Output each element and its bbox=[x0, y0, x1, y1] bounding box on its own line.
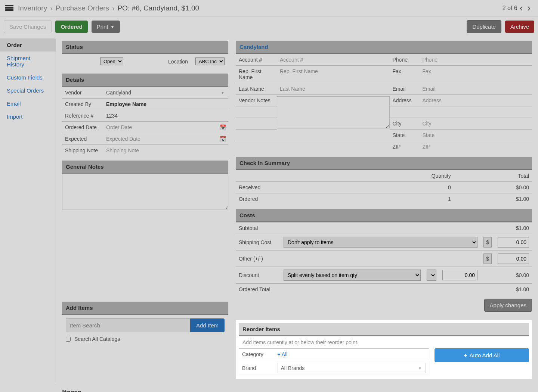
last-name-input[interactable] bbox=[280, 86, 387, 92]
ordered-button[interactable]: Ordered bbox=[55, 21, 87, 33]
breadcrumb-mid[interactable]: Purchase Orders bbox=[55, 4, 109, 12]
plus-icon: + bbox=[278, 351, 281, 357]
reorder-items-panel: Reorder Items Add items currently at or … bbox=[236, 320, 532, 379]
duplicate-button[interactable]: Duplicate bbox=[467, 20, 501, 33]
calendar-icon[interactable]: 📅 bbox=[220, 136, 226, 142]
costs-panel: Costs Subtotal$1.00 Shipping Cost Don't … bbox=[236, 209, 532, 315]
expected-date-input[interactable] bbox=[106, 136, 225, 142]
ordered-total-value: $1.00 bbox=[495, 284, 532, 295]
account-input[interactable] bbox=[280, 57, 387, 63]
discount-input[interactable] bbox=[442, 270, 477, 280]
pager-next-icon[interactable]: › bbox=[525, 2, 533, 14]
status-select[interactable]: Open bbox=[100, 57, 123, 65]
save-button[interactable]: Save Changes bbox=[4, 20, 52, 33]
phone-input[interactable] bbox=[423, 57, 529, 63]
sidebar-item-email[interactable]: Email bbox=[0, 97, 56, 110]
auto-add-all-button[interactable]: + Auto Add All bbox=[435, 348, 529, 362]
item-search-input[interactable] bbox=[66, 318, 190, 332]
currency-symbol: $ bbox=[483, 253, 492, 264]
vendor-name-link[interactable]: Candyland bbox=[236, 41, 532, 54]
createdby-value: Employee Name bbox=[106, 101, 146, 107]
state-input[interactable] bbox=[423, 132, 529, 138]
rep-first-input[interactable] bbox=[280, 68, 387, 74]
sidebar: Order Shipment History Custom Fields Spe… bbox=[0, 37, 56, 383]
chevron-icon: › bbox=[50, 4, 52, 12]
email-input[interactable] bbox=[423, 86, 529, 92]
chevron-down-icon: ▼ bbox=[111, 25, 115, 29]
sidebar-item-order[interactable]: Order bbox=[0, 38, 56, 52]
last-name-label: Last Name bbox=[236, 83, 277, 94]
calendar-icon[interactable]: 📅 bbox=[220, 124, 226, 130]
other-cost-input[interactable] bbox=[498, 253, 529, 264]
address-input[interactable] bbox=[423, 97, 529, 103]
breadcrumb-current: PO: #6, Candyland, $1.00 bbox=[117, 4, 199, 12]
archive-button[interactable]: Archive bbox=[505, 21, 534, 33]
reorder-header: Reorder Items bbox=[239, 323, 529, 336]
expected-label: Expected bbox=[62, 133, 103, 145]
reorder-description: Add items currently at or below their re… bbox=[239, 336, 529, 348]
reference-label: Reference # bbox=[62, 110, 103, 122]
general-notes-header: General Notes bbox=[62, 161, 228, 174]
costs-header: Costs bbox=[236, 209, 532, 222]
vendor-label: Vendor bbox=[62, 87, 103, 99]
location-select[interactable]: ABC Inc bbox=[195, 57, 225, 65]
vendor-panel: Candyland Account # Phone Rep. First Nam… bbox=[236, 41, 532, 152]
sidebar-item-label: Order bbox=[7, 42, 22, 48]
pager-text: 2 of 6 bbox=[503, 5, 517, 12]
vendor-value: Candyland bbox=[106, 90, 131, 96]
vendor-dropdown[interactable]: Candyland▼ bbox=[103, 87, 228, 99]
discount-total: $0.00 bbox=[495, 267, 532, 284]
search-all-label: Search All Catalogs bbox=[74, 336, 120, 342]
category-all-link[interactable]: + All bbox=[278, 351, 288, 357]
brand-label: Brand bbox=[239, 360, 275, 376]
phone-label: Phone bbox=[390, 54, 420, 65]
city-label: City bbox=[390, 118, 420, 129]
shipping-cost-input[interactable] bbox=[498, 237, 529, 248]
createdby-label: Created By bbox=[62, 99, 103, 110]
sidebar-item-custom-fields[interactable]: Custom Fields bbox=[0, 71, 56, 84]
shipping-select[interactable]: Don't apply to items bbox=[284, 237, 477, 248]
apply-changes-button[interactable]: Apply changes bbox=[484, 299, 532, 312]
vendor-notes-textarea[interactable] bbox=[277, 96, 390, 128]
zip-input[interactable] bbox=[423, 144, 529, 150]
action-bar: Save Changes Ordered Print ▼ Duplicate A… bbox=[0, 16, 538, 37]
other-label: Other (+/-) bbox=[236, 251, 281, 267]
ordered-total-label: Ordered Total bbox=[236, 284, 281, 295]
store-icon bbox=[5, 5, 13, 12]
add-items-panel: Add Items Add Item Search All Catalogs bbox=[62, 302, 228, 346]
breadcrumb: Inventory › Purchase Orders › PO: #6, Ca… bbox=[18, 4, 199, 12]
top-bar: Inventory › Purchase Orders › PO: #6, Ca… bbox=[0, 0, 538, 16]
sidebar-item-shipment-history[interactable]: Shipment History bbox=[0, 52, 56, 71]
subtotal-value: $1.00 bbox=[495, 223, 532, 234]
zip-label: ZIP bbox=[390, 141, 420, 152]
shipping-label: Shipping Cost bbox=[236, 234, 281, 251]
general-notes-textarea[interactable] bbox=[62, 174, 228, 209]
breadcrumb-root[interactable]: Inventory bbox=[18, 4, 47, 12]
discount-sym-select[interactable]: $ bbox=[427, 270, 436, 281]
items-section-header: Items bbox=[62, 383, 532, 392]
sidebar-item-label: Shipment History bbox=[7, 55, 30, 68]
table-row: Ordered1$1.00 bbox=[236, 193, 532, 205]
shipping-note-label: Shipping Note bbox=[62, 145, 103, 156]
search-all-checkbox[interactable] bbox=[66, 337, 71, 342]
shipping-note-input[interactable] bbox=[106, 147, 225, 153]
fax-input[interactable] bbox=[423, 68, 529, 74]
discount-select[interactable]: Split evenly based on item qty bbox=[284, 270, 421, 281]
print-button[interactable]: Print ▼ bbox=[92, 21, 120, 33]
plus-icon: + bbox=[464, 352, 467, 358]
address2-input[interactable] bbox=[423, 109, 529, 115]
ordered-date-label: Ordered Date bbox=[62, 122, 103, 133]
brand-dropdown[interactable]: All Brands▼ bbox=[278, 363, 426, 373]
chevron-down-icon: ▼ bbox=[418, 366, 422, 370]
city-input[interactable] bbox=[423, 121, 529, 127]
reference-input[interactable] bbox=[106, 113, 225, 119]
pager-prev-icon[interactable]: ‹ bbox=[517, 2, 525, 14]
general-notes-panel: General Notes bbox=[62, 161, 228, 211]
add-item-button[interactable]: Add Item bbox=[190, 318, 225, 332]
sidebar-item-import[interactable]: Import bbox=[0, 110, 56, 123]
ordered-date-input[interactable] bbox=[106, 124, 225, 130]
location-label: Location bbox=[168, 59, 188, 65]
status-header: Status bbox=[62, 41, 228, 54]
sidebar-item-special-orders[interactable]: Special Orders bbox=[0, 84, 56, 97]
sidebar-item-label: Import bbox=[7, 113, 23, 120]
